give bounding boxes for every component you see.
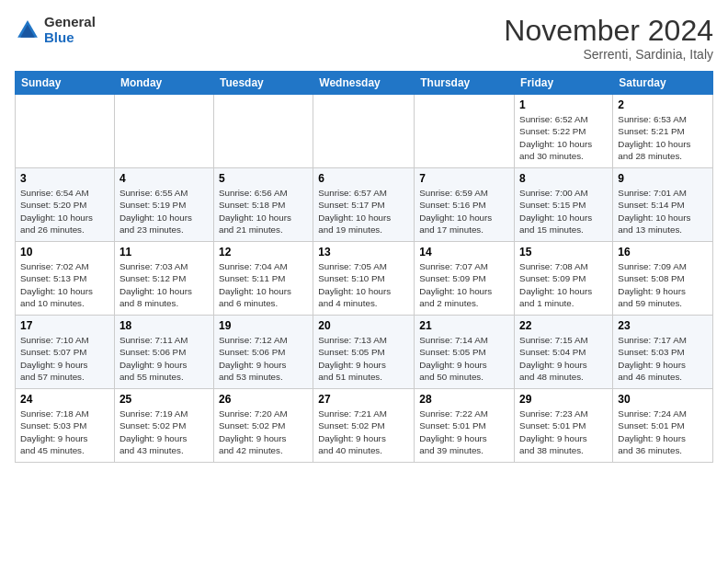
week-row-2: 3Sunrise: 6:54 AM Sunset: 5:20 PM Daylig… — [16, 168, 713, 242]
day-cell: 10Sunrise: 7:02 AM Sunset: 5:13 PM Dayli… — [16, 242, 115, 316]
calendar-body: 1Sunrise: 6:52 AM Sunset: 5:22 PM Daylig… — [16, 95, 713, 463]
day-info: Sunrise: 6:53 AM Sunset: 5:21 PM Dayligh… — [618, 113, 708, 162]
day-info: Sunrise: 6:52 AM Sunset: 5:22 PM Dayligh… — [519, 113, 608, 162]
day-number: 18 — [119, 319, 209, 332]
day-info: Sunrise: 7:13 AM Sunset: 5:05 PM Dayligh… — [318, 334, 409, 383]
day-number: 20 — [318, 319, 409, 332]
day-cell: 22Sunrise: 7:15 AM Sunset: 5:04 PM Dayli… — [515, 316, 613, 389]
day-info: Sunrise: 7:19 AM Sunset: 5:02 PM Dayligh… — [119, 408, 209, 456]
logo-blue: Blue — [44, 30, 96, 46]
logo-icon — [15, 17, 40, 43]
day-number: 30 — [618, 393, 708, 406]
day-number: 1 — [519, 98, 608, 111]
calendar-table: SundayMondayTuesdayWednesdayThursdayFrid… — [15, 71, 713, 463]
day-number: 25 — [119, 393, 209, 406]
day-cell: 24Sunrise: 7:18 AM Sunset: 5:03 PM Dayli… — [16, 389, 115, 463]
day-info: Sunrise: 6:56 AM Sunset: 5:18 PM Dayligh… — [219, 187, 308, 236]
day-number: 11 — [119, 246, 209, 259]
day-number: 12 — [219, 246, 308, 259]
day-info: Sunrise: 7:22 AM Sunset: 5:01 PM Dayligh… — [419, 408, 509, 456]
day-number: 10 — [20, 246, 109, 259]
day-info: Sunrise: 7:05 AM Sunset: 5:10 PM Dayligh… — [318, 260, 409, 309]
day-info: Sunrise: 7:10 AM Sunset: 5:07 PM Dayligh… — [20, 334, 109, 383]
day-cell: 26Sunrise: 7:20 AM Sunset: 5:02 PM Dayli… — [213, 389, 313, 463]
day-number: 8 — [519, 172, 608, 185]
day-cell — [313, 95, 415, 168]
day-cell: 4Sunrise: 6:55 AM Sunset: 5:19 PM Daylig… — [114, 168, 213, 242]
day-number: 7 — [419, 172, 509, 185]
day-cell: 15Sunrise: 7:08 AM Sunset: 5:09 PM Dayli… — [515, 242, 613, 316]
day-info: Sunrise: 7:23 AM Sunset: 5:01 PM Dayligh… — [519, 408, 608, 456]
month-title: November 2024 — [504, 15, 713, 47]
day-number: 5 — [219, 172, 308, 185]
day-info: Sunrise: 7:11 AM Sunset: 5:06 PM Dayligh… — [119, 334, 209, 383]
day-cell: 17Sunrise: 7:10 AM Sunset: 5:07 PM Dayli… — [16, 316, 115, 389]
day-cell: 13Sunrise: 7:05 AM Sunset: 5:10 PM Dayli… — [313, 242, 415, 316]
day-cell: 23Sunrise: 7:17 AM Sunset: 5:03 PM Dayli… — [613, 316, 713, 389]
day-cell — [213, 95, 313, 168]
day-info: Sunrise: 7:20 AM Sunset: 5:02 PM Dayligh… — [219, 408, 308, 456]
day-number: 6 — [318, 172, 409, 185]
col-header-sunday: Sunday — [16, 72, 115, 95]
day-number: 21 — [419, 319, 509, 332]
day-cell: 9Sunrise: 7:01 AM Sunset: 5:14 PM Daylig… — [613, 168, 713, 242]
day-cell: 20Sunrise: 7:13 AM Sunset: 5:05 PM Dayli… — [313, 316, 415, 389]
day-number: 22 — [519, 319, 608, 332]
day-number: 15 — [519, 246, 608, 259]
day-cell: 5Sunrise: 6:56 AM Sunset: 5:18 PM Daylig… — [213, 168, 313, 242]
page-header: General Blue November 2024 Serrenti, Sar… — [15, 15, 713, 62]
day-cell: 28Sunrise: 7:22 AM Sunset: 5:01 PM Dayli… — [415, 389, 515, 463]
calendar-header-row: SundayMondayTuesdayWednesdayThursdayFrid… — [16, 72, 713, 95]
day-cell: 29Sunrise: 7:23 AM Sunset: 5:01 PM Dayli… — [515, 389, 613, 463]
day-number: 19 — [219, 319, 308, 332]
week-row-1: 1Sunrise: 6:52 AM Sunset: 5:22 PM Daylig… — [16, 95, 713, 168]
day-cell — [16, 95, 115, 168]
day-number: 14 — [419, 246, 509, 259]
day-info: Sunrise: 6:57 AM Sunset: 5:17 PM Dayligh… — [318, 187, 409, 236]
day-info: Sunrise: 7:12 AM Sunset: 5:06 PM Dayligh… — [219, 334, 308, 383]
day-number: 24 — [20, 393, 109, 406]
day-cell: 6Sunrise: 6:57 AM Sunset: 5:17 PM Daylig… — [313, 168, 415, 242]
day-cell: 25Sunrise: 7:19 AM Sunset: 5:02 PM Dayli… — [114, 389, 213, 463]
day-info: Sunrise: 6:55 AM Sunset: 5:19 PM Dayligh… — [119, 187, 209, 236]
day-cell: 18Sunrise: 7:11 AM Sunset: 5:06 PM Dayli… — [114, 316, 213, 389]
day-number: 9 — [618, 172, 708, 185]
day-cell: 16Sunrise: 7:09 AM Sunset: 5:08 PM Dayli… — [613, 242, 713, 316]
location-subtitle: Serrenti, Sardinia, Italy — [504, 47, 713, 62]
day-info: Sunrise: 7:15 AM Sunset: 5:04 PM Dayligh… — [519, 334, 608, 383]
day-info: Sunrise: 7:14 AM Sunset: 5:05 PM Dayligh… — [419, 334, 509, 383]
day-number: 13 — [318, 246, 409, 259]
day-number: 29 — [519, 393, 608, 406]
day-cell: 7Sunrise: 6:59 AM Sunset: 5:16 PM Daylig… — [415, 168, 515, 242]
col-header-saturday: Saturday — [613, 72, 713, 95]
col-header-tuesday: Tuesday — [213, 72, 313, 95]
col-header-thursday: Thursday — [415, 72, 515, 95]
col-header-wednesday: Wednesday — [313, 72, 415, 95]
day-cell: 2Sunrise: 6:53 AM Sunset: 5:21 PM Daylig… — [613, 95, 713, 168]
day-cell: 1Sunrise: 6:52 AM Sunset: 5:22 PM Daylig… — [515, 95, 613, 168]
day-number: 28 — [419, 393, 509, 406]
day-cell: 12Sunrise: 7:04 AM Sunset: 5:11 PM Dayli… — [213, 242, 313, 316]
day-number: 17 — [20, 319, 109, 332]
day-info: Sunrise: 7:17 AM Sunset: 5:03 PM Dayligh… — [618, 334, 708, 383]
logo: General Blue — [15, 15, 96, 45]
day-cell: 11Sunrise: 7:03 AM Sunset: 5:12 PM Dayli… — [114, 242, 213, 316]
day-number: 2 — [618, 98, 708, 111]
day-cell: 27Sunrise: 7:21 AM Sunset: 5:02 PM Dayli… — [313, 389, 415, 463]
day-cell — [114, 95, 213, 168]
day-info: Sunrise: 7:03 AM Sunset: 5:12 PM Dayligh… — [119, 260, 209, 309]
week-row-4: 17Sunrise: 7:10 AM Sunset: 5:07 PM Dayli… — [16, 316, 713, 389]
day-info: Sunrise: 7:08 AM Sunset: 5:09 PM Dayligh… — [519, 260, 608, 309]
day-number: 16 — [618, 246, 708, 259]
day-cell: 8Sunrise: 7:00 AM Sunset: 5:15 PM Daylig… — [515, 168, 613, 242]
day-cell: 3Sunrise: 6:54 AM Sunset: 5:20 PM Daylig… — [16, 168, 115, 242]
day-info: Sunrise: 7:21 AM Sunset: 5:02 PM Dayligh… — [318, 408, 409, 456]
day-cell — [415, 95, 515, 168]
col-header-monday: Monday — [114, 72, 213, 95]
day-info: Sunrise: 7:07 AM Sunset: 5:09 PM Dayligh… — [419, 260, 509, 309]
day-number: 26 — [219, 393, 308, 406]
day-cell: 19Sunrise: 7:12 AM Sunset: 5:06 PM Dayli… — [213, 316, 313, 389]
day-info: Sunrise: 6:59 AM Sunset: 5:16 PM Dayligh… — [419, 187, 509, 236]
day-number: 4 — [119, 172, 209, 185]
day-info: Sunrise: 7:04 AM Sunset: 5:11 PM Dayligh… — [219, 260, 308, 309]
